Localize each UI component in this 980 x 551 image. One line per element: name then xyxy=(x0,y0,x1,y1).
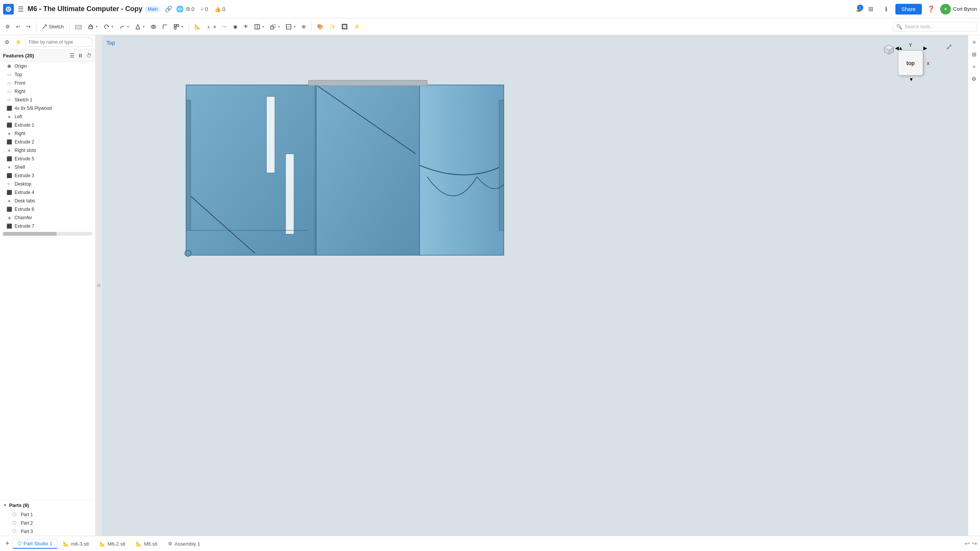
nav-right-arrow[interactable]: ▶ xyxy=(923,45,927,51)
feature-extrude3[interactable]: ⬛ Extrude 3 xyxy=(0,171,95,180)
tab-stl2[interactable]: 📐 M6-2.stl xyxy=(95,539,130,548)
tab-action-2[interactable]: ↪ xyxy=(972,540,977,547)
orientation-dropdown[interactable]: ▾ xyxy=(268,23,282,31)
redo-button[interactable]: ↪ xyxy=(24,22,33,31)
notifications-button[interactable]: 🔔 1 xyxy=(856,6,862,12)
sidebar-collapse-handle[interactable]: ≡ xyxy=(96,35,102,536)
user-menu[interactable]: + Cort Byron xyxy=(940,4,977,15)
part-1[interactable]: ⬡ Part 1 xyxy=(0,510,95,519)
sweep-dropdown[interactable]: ▾ xyxy=(117,23,131,31)
copy-counter[interactable]: ⧉ 0 xyxy=(186,6,194,12)
feature-left[interactable]: ● Left xyxy=(0,112,95,121)
share-button[interactable]: Share xyxy=(895,4,922,15)
cube-face[interactable]: top xyxy=(898,51,923,75)
feature-desktop[interactable]: ✏ Desktop xyxy=(0,180,95,188)
tab-stl3[interactable]: 📐 M6.stl xyxy=(131,539,162,548)
feature-chamfer[interactable]: ◈ Chamfer xyxy=(0,214,95,222)
view-dropdown[interactable]: ▾ xyxy=(252,23,266,31)
viewport[interactable]: Top xyxy=(102,35,968,536)
mate-icon-3: ● xyxy=(6,147,12,153)
help-button[interactable]: ℹ xyxy=(880,3,892,15)
like-counter[interactable]: 👍 0 xyxy=(214,6,225,12)
variable-button[interactable]: x x xyxy=(204,22,219,31)
settings-button[interactable]: ⚙ xyxy=(3,22,12,31)
plane-icon-3: ▭ xyxy=(6,88,12,95)
feature-right[interactable]: ▭ Right xyxy=(0,87,95,96)
part-1-label: Part 1 xyxy=(21,512,33,517)
extrude-icon-8: ⬛ xyxy=(6,206,12,212)
svg-rect-19 xyxy=(316,85,420,255)
feature-top[interactable]: ▭ Top xyxy=(0,70,95,79)
simulation-button[interactable]: ⚡ xyxy=(351,22,362,31)
undo-button[interactable]: ↩ xyxy=(14,22,23,31)
nav-cube[interactable]: Y ▲ top ▼ X ▶ ◀ xyxy=(895,42,929,84)
feature-extrude7[interactable]: ⬛ Extrude 7 xyxy=(0,222,95,230)
part-3[interactable]: ⬡ Part 3 xyxy=(0,527,95,536)
boolean-button[interactable] xyxy=(149,23,158,31)
grid-icon[interactable]: ⊞ xyxy=(865,3,877,15)
rotate-cube-3d[interactable] xyxy=(883,44,895,57)
nav-down-arrow[interactable]: ▼ xyxy=(909,77,914,82)
branch-counter[interactable]: ⑂ 0 xyxy=(201,6,208,12)
add-view-button[interactable]: ⊕ xyxy=(299,22,308,31)
add-tab-button[interactable]: + xyxy=(3,539,12,548)
branch-badge[interactable]: Main xyxy=(145,6,161,13)
measure-button[interactable]: 📐 xyxy=(192,22,203,31)
feature-sketch1[interactable]: ✏ Sketch 1 xyxy=(0,96,95,104)
expand-icon[interactable]: ⤢ xyxy=(946,42,952,51)
sidebar-filter-icon[interactable]: ⚡ xyxy=(13,37,23,47)
feature-extrude4[interactable]: ⬛ Extrude 4 xyxy=(0,188,95,197)
feature-rightslots[interactable]: ● Right slots xyxy=(0,146,95,155)
feature-front[interactable]: ▭ Front xyxy=(0,79,95,87)
right-panel-btn4[interactable]: ⚙ xyxy=(969,73,980,84)
plane-button[interactable] xyxy=(73,23,84,31)
feature-right2[interactable]: ● Right xyxy=(0,129,95,138)
feature-extrude6[interactable]: ⬛ Extrude 6 xyxy=(0,205,95,214)
parts-header[interactable]: ▼ Parts (9) xyxy=(0,500,95,510)
hamburger-menu[interactable]: ☰ xyxy=(16,3,25,15)
tab-stl1[interactable]: 📐 m6-3.stl xyxy=(58,539,94,548)
material-button[interactable]: 🔲 xyxy=(339,22,350,31)
fillet-button[interactable] xyxy=(160,23,170,31)
loft-dropdown[interactable]: ▾ xyxy=(133,23,147,31)
tab-part-studio-1[interactable]: ⬡ Part Studio 1 xyxy=(13,539,57,549)
search-toolbar[interactable]: 🔍 Search tools... xyxy=(893,22,977,31)
globe-icon[interactable]: 🌐 xyxy=(176,5,184,13)
feature-origin[interactable]: ⊕ Origin xyxy=(0,62,95,70)
right-panel-btn3[interactable]: ≈ xyxy=(969,61,980,72)
feature-extrude5[interactable]: ⬛ Extrude 5 xyxy=(0,155,95,163)
sidebar-settings-icon[interactable]: ⚙ xyxy=(3,37,11,47)
right-panel-btn2[interactable]: ⊞ xyxy=(969,49,980,60)
question-button[interactable]: ❓ xyxy=(925,3,937,15)
filter-input[interactable] xyxy=(25,37,92,47)
link-icon[interactable]: 🔗 xyxy=(165,5,172,13)
right-panel-btn1[interactable]: ≡ xyxy=(969,37,980,47)
render-button[interactable]: ✨ xyxy=(327,22,338,31)
feature-extrude2[interactable]: ⬛ Extrude 2 xyxy=(0,138,95,146)
nav-left-arrow[interactable]: ◀ xyxy=(895,45,899,51)
sketch-button[interactable]: Sketch xyxy=(39,22,66,31)
more-button[interactable]: ⋯ xyxy=(220,22,229,31)
section-dropdown[interactable]: ▾ xyxy=(284,23,298,31)
feature-plywood[interactable]: ⬛ 4x 8x 5/8 Plywood xyxy=(0,104,95,112)
tab-action-1[interactable]: ↩ xyxy=(965,540,970,547)
list-view-icon[interactable]: ☰ xyxy=(69,52,75,59)
timer-icon[interactable]: ⏱ xyxy=(85,52,92,59)
feature-desktop-label: Desktop xyxy=(15,181,31,187)
appearance-button[interactable]: 🎨 xyxy=(315,22,325,31)
scroll-thumb[interactable] xyxy=(3,232,57,236)
feature-extrude1[interactable]: ⬛ Extrude 1 xyxy=(0,121,95,129)
display-button[interactable]: ◉ xyxy=(231,22,240,31)
sketch-icon: ✏ xyxy=(6,97,12,103)
extrude-dropdown[interactable]: ▾ xyxy=(86,23,100,31)
part-2[interactable]: ⬡ Part 2 xyxy=(0,519,95,527)
pause-icon[interactable]: ⏸ xyxy=(77,52,84,59)
onshape-logo[interactable]: O xyxy=(3,4,14,15)
tab-assembly1[interactable]: ⚙ Assembly 1 xyxy=(163,539,205,548)
hide-button[interactable]: 👁 xyxy=(241,22,251,31)
revolve-dropdown[interactable]: ▾ xyxy=(101,23,116,31)
feature-shelf[interactable]: ● Shelf xyxy=(0,163,95,171)
feature-desktabs[interactable]: ● Desk tabs xyxy=(0,197,95,205)
pattern-dropdown[interactable]: ▾ xyxy=(172,23,186,31)
feature-right2-label: Right xyxy=(15,131,25,136)
